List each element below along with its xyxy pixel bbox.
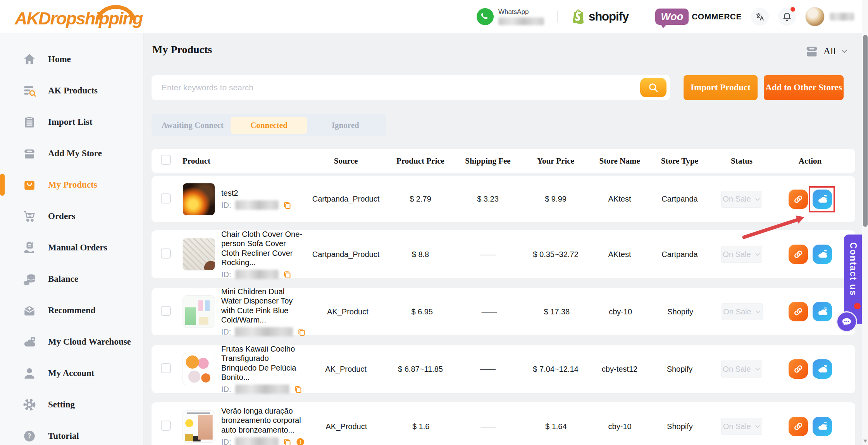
copy-icon[interactable]: [293, 385, 303, 394]
cell-product-price: $ 8.8: [388, 250, 453, 259]
import-list-icon: [22, 115, 36, 129]
tab-ignored[interactable]: Ignored: [307, 117, 384, 134]
column-your-price: Your Price: [522, 156, 589, 166]
whatsapp-info: WhatsApp: [498, 8, 544, 25]
add-to-other-stores-button[interactable]: Add to Other Stores: [764, 75, 844, 100]
import-product-button[interactable]: Import Product: [684, 75, 758, 100]
row-checkbox[interactable]: [161, 363, 171, 373]
contact-us-tab[interactable]: Contact us: [844, 235, 862, 324]
push-to-store-button[interactable]: [813, 190, 832, 209]
woocommerce-logo[interactable]: Woo COMMERCE: [655, 9, 742, 25]
chevron-down-icon: [840, 47, 848, 55]
link-product-button[interactable]: [789, 245, 808, 264]
cell-store-type: Shopify: [651, 307, 710, 316]
sidebar-item-my-products[interactable]: My Products: [0, 169, 143, 200]
table-row: Chair Cloth Cover One-person Sofa Cover …: [152, 230, 855, 278]
product-id-label: ID:: [221, 201, 231, 210]
sidebar-item-import-list[interactable]: Import List: [0, 106, 143, 138]
product-name: Mini Children Dual Water Dispenser Toy w…: [221, 287, 306, 325]
scrollbar-down-arrow[interactable]: [863, 440, 867, 443]
row-checkbox[interactable]: [161, 306, 171, 316]
chat-bubble-button[interactable]: [836, 311, 857, 332]
status-select[interactable]: On Sale: [721, 360, 762, 378]
warning-icon: !: [296, 437, 305, 445]
cell-store-type: Cartpanda: [650, 195, 709, 204]
status-select[interactable]: On Sale: [721, 191, 762, 208]
avatar[interactable]: [805, 7, 825, 26]
cell-store-name: AKtest: [589, 250, 650, 259]
select-all-checkbox[interactable]: [161, 155, 171, 165]
link-product-button[interactable]: [789, 359, 808, 379]
row-checkbox[interactable]: [161, 193, 171, 204]
push-to-store-button[interactable]: [813, 302, 832, 321]
product-id-blurred: [235, 385, 289, 394]
row-checkbox[interactable]: [161, 421, 171, 431]
store-filter-dropdown[interactable]: All: [805, 44, 848, 58]
main-content: My Products All Import Product Add to Ot…: [152, 33, 855, 445]
chevron-down-icon: [754, 251, 761, 257]
scrollbar-track[interactable]: [862, 0, 868, 445]
cell-source: AK_Product: [306, 307, 389, 316]
cell-shipping-fee: ——: [454, 422, 523, 431]
sidebar-item-manual-orders[interactable]: Manual Orders: [0, 232, 143, 263]
copy-icon[interactable]: [282, 200, 292, 210]
column-product: Product: [183, 156, 304, 166]
top-bar: AKDropshipping WhatsApp shopify Woo COMM…: [0, 0, 868, 33]
sidebar-item-my-cloud-warehouse[interactable]: My Cloud Warehouse: [0, 326, 143, 357]
product-id-label: ID:: [221, 270, 231, 279]
whatsapp-number-blurred: [498, 17, 544, 25]
whatsapp-contact[interactable]: WhatsApp: [477, 8, 544, 25]
status-select[interactable]: On Sale: [722, 303, 763, 320]
product-name: test2: [221, 188, 292, 198]
notifications-button[interactable]: [778, 8, 796, 26]
tab-connected[interactable]: Connected: [231, 117, 307, 134]
sidebar-item-orders[interactable]: Orders: [0, 200, 143, 232]
cell-shipping-fee: ——: [455, 307, 524, 316]
copy-icon[interactable]: [297, 327, 306, 336]
account-icon: [22, 366, 36, 380]
link-icon: [793, 194, 804, 205]
sidebar-item-my-account[interactable]: My Account: [0, 357, 143, 389]
svg-text:?: ?: [28, 432, 31, 440]
push-to-store-button[interactable]: [813, 245, 832, 264]
cell-store-name: cby-10: [589, 422, 651, 431]
manual-orders-icon: [22, 241, 36, 255]
scrollbar-thumb[interactable]: [863, 35, 868, 227]
shopify-logo[interactable]: shopify: [571, 9, 629, 25]
translate-button[interactable]: [751, 8, 769, 26]
sidebar-item-balance[interactable]: Balance: [0, 263, 143, 295]
chevron-down-icon: [754, 366, 761, 372]
add-store-icon: [22, 147, 36, 160]
contact-us-label: Contact us: [848, 242, 858, 296]
contact-notification-dot: [854, 303, 861, 309]
sidebar-item-tutorial[interactable]: ? Tutorial: [0, 420, 143, 445]
sidebar-item-home[interactable]: Home: [0, 43, 143, 75]
cell-source: Cartpanda_Product: [304, 195, 388, 204]
sidebar-item-ak-products[interactable]: AK Products: [0, 75, 143, 106]
table-row: test2 ID: Cartpanda_Product $ 2.79 $ 3.2…: [152, 176, 855, 222]
search-input[interactable]: [162, 83, 640, 92]
status-select[interactable]: On Sale: [721, 418, 762, 435]
cloud-warehouse-icon: [22, 335, 36, 349]
search-button[interactable]: [640, 78, 666, 97]
push-to-store-button[interactable]: [813, 359, 832, 379]
link-product-button[interactable]: [789, 417, 808, 436]
chevron-down-icon: [754, 423, 761, 429]
row-checkbox[interactable]: [161, 248, 171, 259]
balance-icon: [22, 272, 36, 286]
tab-awaiting-connect[interactable]: Awaiting Connect: [154, 117, 231, 134]
tutorial-icon: ?: [22, 429, 36, 443]
link-product-button[interactable]: [789, 302, 808, 321]
status-select[interactable]: On Sale: [721, 246, 762, 263]
copy-icon[interactable]: [282, 437, 292, 445]
sidebar-item-add-my-store[interactable]: Add My Store: [0, 138, 143, 169]
sidebar-item-setting[interactable]: Setting: [0, 389, 143, 420]
link-product-button[interactable]: [789, 190, 808, 209]
shopify-bag-icon: [571, 9, 586, 25]
cell-store-name: cby-10: [590, 307, 651, 316]
sidebar-item-recommend[interactable]: Recommend: [0, 295, 143, 326]
push-to-store-button[interactable]: [813, 417, 832, 436]
app-logo[interactable]: AKDropshipping: [15, 5, 139, 29]
connection-tabs: Awaiting Connect Connected Ignored: [152, 114, 386, 136]
copy-icon[interactable]: [282, 270, 292, 279]
